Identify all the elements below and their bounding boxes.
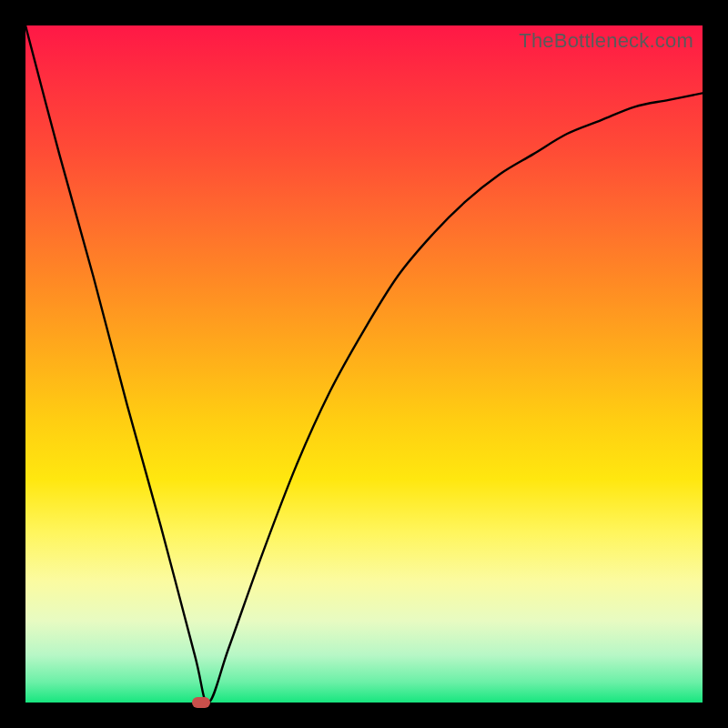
bottleneck-curve: [25, 25, 703, 703]
curve-path: [25, 25, 703, 703]
plot-area: TheBottleneck.com: [25, 25, 703, 703]
optimum-marker: [192, 697, 210, 708]
chart-frame: TheBottleneck.com: [0, 0, 728, 728]
